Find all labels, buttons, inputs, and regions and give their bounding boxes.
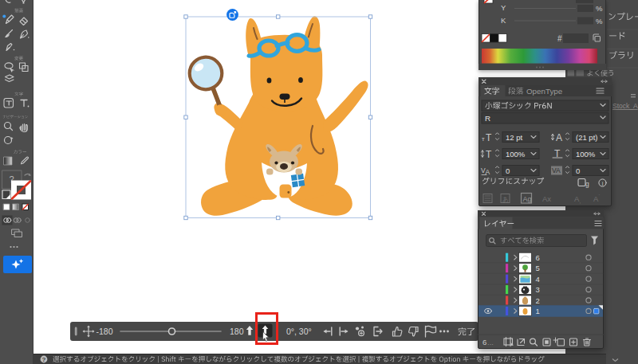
svg-text:?: ? [42, 356, 46, 363]
svg-text:K: K [501, 16, 506, 25]
svg-text:R: R [485, 114, 490, 123]
svg-text:Ax: Ax [542, 194, 551, 203]
svg-text:100%: 100% [576, 150, 596, 159]
svg-text:A: A [486, 168, 490, 176]
svg-text:i: i [602, 180, 604, 187]
svg-text:g: g [585, 180, 589, 188]
svg-text:,: , [580, 198, 581, 204]
svg-text:3: 3 [536, 285, 540, 294]
svg-text:T: T [486, 149, 492, 160]
svg-text:VA: VA [552, 166, 561, 174]
svg-text:あ: あ [502, 196, 509, 203]
svg-text:0°, 30°: 0°, 30° [286, 327, 312, 336]
svg-text:0: 0 [506, 166, 510, 175]
svg-text:4: 4 [536, 275, 540, 284]
svg-text:т: т [482, 135, 485, 143]
svg-text:Y: Y [501, 3, 506, 12]
svg-text:100%: 100% [506, 150, 526, 159]
svg-text:#: # [557, 34, 562, 43]
svg-text:5: 5 [536, 264, 540, 272]
svg-text:1: 1 [536, 307, 540, 315]
svg-text:0: 0 [576, 166, 580, 175]
svg-text:%: % [596, 17, 603, 25]
svg-text:T: T [486, 132, 492, 143]
svg-text:T: T [554, 148, 561, 159]
svg-text:6: 6 [482, 338, 486, 346]
svg-text:180: 180 [230, 327, 244, 336]
svg-text:´: ´ [599, 194, 601, 199]
svg-text:Stock_A: Stock_A [612, 102, 638, 110]
svg-text:OpenType: OpenType [526, 87, 563, 96]
svg-text:%: % [596, 4, 603, 13]
svg-text:2: 2 [536, 296, 540, 305]
svg-text:(21 pt): (21 pt) [576, 133, 597, 142]
svg-text:12 pt: 12 pt [506, 133, 522, 142]
svg-text:Ag: Ag [523, 195, 532, 203]
svg-text:6: 6 [536, 253, 540, 262]
svg-text:...: ... [487, 338, 494, 346]
svg-text:A: A [556, 132, 562, 143]
svg-text:-180: -180 [96, 327, 113, 336]
